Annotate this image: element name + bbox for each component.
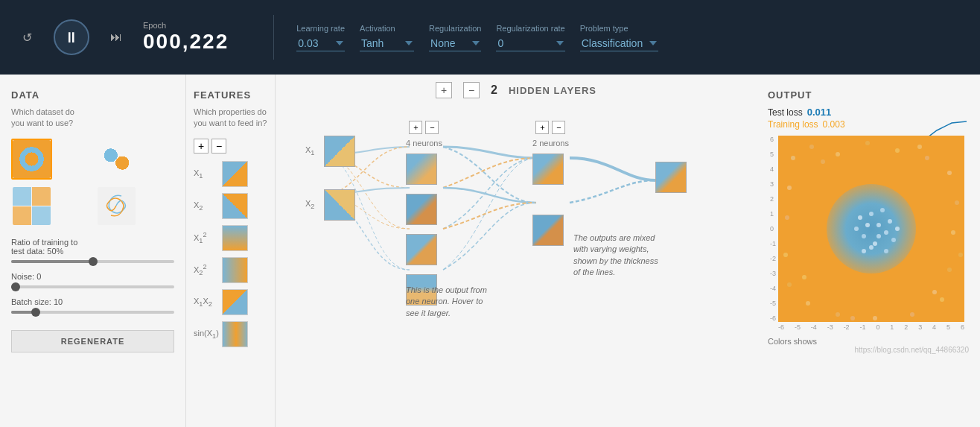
train-loss-label: Training loss (768, 119, 818, 130)
layer2-neuron-1[interactable] (532, 154, 564, 185)
pause-button[interactable]: ⏸ (54, 19, 89, 55)
epoch-label: Epoch (143, 21, 229, 30)
remove-feature-button[interactable]: − (211, 139, 226, 154)
svg-point-4 (791, 156, 795, 160)
main-content: DATA Which dataset do you want to use? (0, 75, 980, 427)
svg-point-28 (932, 290, 937, 294)
input-x1-neuron[interactable] (324, 136, 355, 167)
add-feature-button[interactable]: + (194, 139, 209, 154)
x1x2-box[interactable] (222, 289, 248, 315)
x2-box[interactable] (222, 193, 248, 219)
train-loss-value: 0.003 (823, 119, 845, 130)
svg-point-44 (884, 249, 888, 253)
regularization-section: Regularization NoneL1L2 (429, 24, 481, 51)
svg-point-8 (895, 148, 900, 153)
output-title: OUTPUT (768, 89, 969, 101)
ratio-fill (11, 260, 93, 263)
feature-x1x2: X1X2 (194, 289, 267, 315)
feature-add-remove: + − (194, 139, 267, 154)
noise-thumb[interactable] (11, 282, 20, 291)
network-header: + − 2 HIDDEN LAYERS (290, 82, 742, 98)
data-panel: DATA Which dataset do you want to use? (0, 75, 186, 427)
dataset-spiral[interactable] (96, 186, 137, 227)
activation-label: Activation (360, 24, 414, 33)
xor-icon (13, 187, 51, 225)
activation-select[interactable]: TanhReLUSigmoidLinear (360, 36, 414, 51)
svg-point-24 (917, 145, 922, 149)
layer1-neuron-3[interactable] (406, 234, 437, 265)
svg-point-15 (910, 312, 914, 317)
layer1-count: 4 neurons (406, 139, 442, 148)
dataset-gauss[interactable] (96, 139, 137, 180)
x1-box[interactable] (222, 161, 248, 187)
learning-rate-select[interactable]: 0.030.0010.010.1 (296, 36, 345, 51)
layer2-neuron-2[interactable] (532, 215, 564, 246)
network-visualization: X1 X2 + − 4 neurons (290, 106, 742, 367)
layer2-container: + − 2 neurons (532, 121, 569, 246)
svg-point-33 (873, 241, 877, 246)
tooltip-2: The outputs are mixed with varying weigh… (573, 233, 663, 279)
ratio-thumb[interactable] (89, 257, 98, 266)
dataset-donut[interactable] (11, 139, 52, 180)
x22-box[interactable] (222, 257, 248, 283)
layer2-add-neuron[interactable]: + (535, 121, 549, 134)
svg-point-17 (836, 312, 840, 317)
svg-point-12 (951, 230, 955, 235)
step-button[interactable]: ⏭ (104, 25, 128, 49)
output-neuron[interactable] (655, 162, 687, 193)
svg-point-23 (821, 159, 825, 164)
output-visualization: 6 5 4 3 2 1 0 -1 -2 -3 -4 -5 -6 (768, 136, 969, 331)
dataset-xor[interactable] (11, 186, 52, 227)
remove-layer-button[interactable]: − (463, 82, 480, 98)
svg-point-14 (940, 297, 944, 302)
problem-type-label: Problem type (580, 24, 658, 33)
layer2-remove-neuron[interactable]: − (552, 121, 565, 134)
x22-label: X22 (194, 263, 216, 276)
batch-label: Batch size: 10 (11, 297, 174, 306)
x-axis: -6 -5 -4 -3 -2 -1 0 1 2 3 4 5 6 (768, 323, 964, 331)
add-layer-button[interactable]: + (436, 82, 452, 98)
input-x1-label: X1 (305, 145, 320, 156)
regenerate-button[interactable]: REGENERATE (11, 330, 174, 352)
features-panel: FEATURES Which properties do you want to… (186, 75, 276, 427)
epoch-value: 000,222 (143, 30, 229, 54)
input-x2-neuron[interactable] (324, 189, 355, 221)
problem-type-select[interactable]: ClassificationRegression (580, 36, 658, 51)
layer1-add-neuron[interactable]: + (409, 121, 422, 134)
regularization-select[interactable]: NoneL1L2 (429, 36, 481, 51)
gauss-preview (98, 140, 136, 178)
svg-point-40 (891, 238, 896, 242)
learning-rate-section: Learning rate 0.030.0010.010.1 (296, 24, 345, 51)
layer1-neurons (406, 154, 442, 306)
layer1-remove-neuron[interactable]: − (425, 121, 439, 134)
layer1-neuron-1[interactable] (406, 154, 437, 185)
svg-point-6 (836, 152, 840, 156)
batch-thumb[interactable] (31, 308, 40, 317)
svg-point-26 (802, 275, 806, 279)
input-x2-label: X2 (305, 199, 320, 210)
svg-point-31 (876, 223, 881, 227)
ratio-slider-track[interactable] (11, 260, 174, 263)
header: ↺ ⏸ ⏭ Epoch 000,222 Learning rate 0.030.… (0, 0, 980, 75)
spiral-icon (98, 187, 136, 225)
reg-rate-select[interactable]: 00.0010.010.1 (496, 36, 564, 51)
layer1-neuron-2[interactable] (406, 194, 437, 225)
svg-point-16 (873, 316, 877, 320)
donut-preview (13, 140, 51, 178)
noise-slider-track[interactable] (11, 285, 174, 288)
noise-section: Noise: 0 (11, 272, 174, 288)
batch-slider-track[interactable] (11, 311, 174, 314)
svg-point-43 (862, 249, 866, 253)
svg-rect-3 (13, 206, 31, 225)
reset-button[interactable]: ↺ (15, 25, 39, 49)
sinx1-box[interactable] (222, 321, 248, 347)
tooltip-2-text: The outputs are mixed with varying weigh… (573, 233, 663, 279)
network-panel: + − 2 HIDDEN LAYERS (276, 75, 757, 427)
plot-with-yaxis: 6 5 4 3 2 1 0 -1 -2 -3 -4 -5 -6 (768, 136, 969, 322)
x12-box[interactable] (222, 225, 248, 251)
tooltip-1-text: This is the output from one neuron. Hove… (406, 285, 495, 319)
tooltip-1: This is the output from one neuron. Hove… (406, 285, 495, 319)
scatter-dots-svg (778, 136, 964, 322)
svg-point-42 (854, 227, 859, 231)
svg-rect-1 (32, 206, 51, 225)
